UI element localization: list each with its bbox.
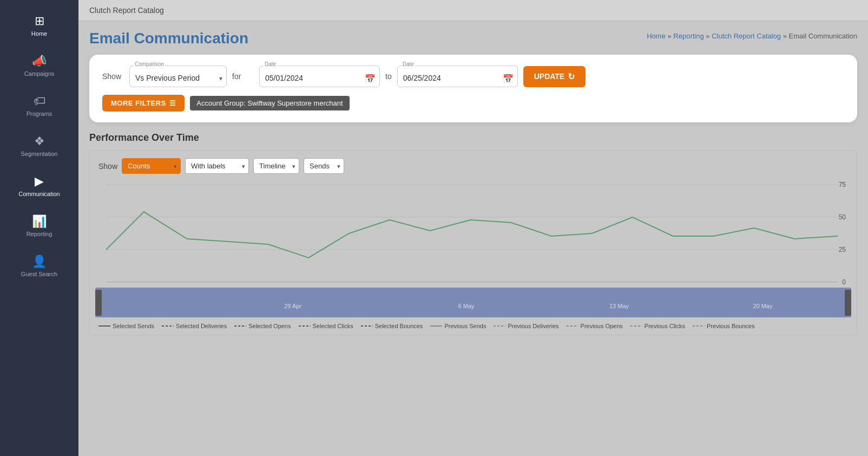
- legend-line-previous-deliveries: [494, 325, 505, 327]
- sends-dropdown-wrap: Sends Opens Clicks ▾: [304, 158, 344, 174]
- date-from-input[interactable]: [259, 66, 380, 87]
- guestsearch-icon: 👤: [32, 255, 47, 269]
- comparison-select[interactable]: Vs Previous Period No Comparison: [129, 66, 227, 87]
- date-to-input[interactable]: [397, 66, 518, 87]
- content-area: Email Communication Home » Reporting » C…: [78, 21, 868, 456]
- breadcrumb-home[interactable]: Home: [647, 32, 666, 40]
- legend-line-selected-opens: [234, 325, 246, 327]
- range-label-2: 6 May: [458, 303, 475, 309]
- chart-svg-wrap: 75 50 25 0 24 Apr 26 Apr: [90, 179, 857, 288]
- more-filters-label: MORE FILTERS: [111, 99, 166, 107]
- date-to-wrap: Date 📅: [397, 66, 518, 87]
- to-label: to: [385, 72, 392, 81]
- sidebar-item-segmentation[interactable]: ❖ Segmentation: [0, 127, 78, 165]
- legend-label-selected-clicks: Selected Clicks: [313, 323, 353, 329]
- date-to-label: Date: [402, 61, 415, 67]
- range-label-4: 20 May: [753, 303, 772, 309]
- home-icon: ⊞: [35, 14, 44, 28]
- filter-panel: Show Comparison Vs Previous Period No Co…: [89, 55, 857, 122]
- breadcrumb-catalog[interactable]: Clutch Report Catalog: [712, 32, 781, 40]
- legend-area: Selected Sends Selected Deliveries Selec…: [90, 317, 857, 335]
- chart-controls: Show Counts Percentages ▾ With labels Wi…: [90, 151, 857, 179]
- campaigns-icon: 📣: [32, 54, 47, 68]
- labels-dropdown-wrap: With labels Without labels ▾: [185, 158, 249, 174]
- legend-selected-sends: Selected Sends: [98, 323, 154, 329]
- sidebar-item-home[interactable]: ⊞ Home: [0, 6, 78, 44]
- legend-line-selected-clicks: [299, 325, 311, 327]
- range-slider[interactable]: 29 Apr 6 May 13 May 20 May: [95, 288, 851, 317]
- counts-dropdown-wrap: Counts Percentages ▾: [122, 158, 181, 174]
- more-filters-button[interactable]: MORE FILTERS ☰: [102, 95, 185, 112]
- legend-previous-clicks: Previous Clicks: [630, 323, 685, 329]
- legend-line-previous-opens: [567, 325, 578, 327]
- legend-label-previous-bounces: Previous Bounces: [707, 323, 755, 329]
- legend-line-selected-sends: [98, 325, 110, 327]
- sidebar-label-campaigns: Campaigns: [24, 70, 55, 77]
- svg-text:0: 0: [842, 278, 846, 286]
- topbar-title: Clutch Report Catalog: [89, 6, 164, 15]
- filter-row-main: Show Comparison Vs Previous Period No Co…: [102, 66, 844, 87]
- sidebar-item-communication[interactable]: ▶ Communication: [0, 167, 78, 205]
- account-group-chip: Account Group: Swiftway Superstore merch…: [190, 96, 349, 110]
- programs-icon: 🏷: [34, 94, 45, 108]
- legend-previous-deliveries: Previous Deliveries: [494, 323, 558, 329]
- legend-selected-clicks: Selected Clicks: [299, 323, 353, 329]
- sidebar-label-guestsearch: Guest Search: [21, 271, 57, 277]
- sidebar-label-communication: Communication: [18, 191, 60, 197]
- refresh-icon: ↻: [568, 71, 575, 82]
- topbar: Clutch Report Catalog: [78, 0, 868, 21]
- show-label: Show: [102, 72, 124, 81]
- date-from-wrap: Date 📅: [259, 66, 380, 87]
- range-label-1: 29 Apr: [284, 303, 301, 309]
- reporting-icon: 📊: [32, 214, 47, 229]
- legend-label-previous-deliveries: Previous Deliveries: [508, 323, 558, 329]
- page-title: Email Communication: [89, 30, 248, 47]
- legend-line-previous-clicks: [630, 325, 642, 327]
- communication-icon: ▶: [35, 174, 44, 188]
- legend-label-previous-opens: Previous Opens: [581, 323, 623, 329]
- labels-dropdown[interactable]: With labels Without labels: [185, 158, 249, 174]
- performance-section: Performance Over Time Show Counts Percen…: [89, 132, 857, 335]
- legend-label-selected-bounces: Selected Bounces: [375, 323, 423, 329]
- legend-previous-bounces: Previous Bounces: [693, 323, 755, 329]
- breadcrumb-reporting[interactable]: Reporting: [673, 32, 703, 40]
- sends-dropdown[interactable]: Sends Opens Clicks: [304, 158, 344, 174]
- legend-line-previous-bounces: [693, 325, 705, 327]
- comparison-label: Comparison: [134, 61, 165, 67]
- sidebar-label-home: Home: [31, 30, 47, 37]
- legend-line-previous-sends: [430, 325, 442, 327]
- sidebar-label-reporting: Reporting: [27, 231, 52, 237]
- filter-icon: ☰: [169, 99, 176, 107]
- timeline-dropdown-wrap: Timeline Bar ▾: [253, 158, 299, 174]
- sidebar: ⊞ Home 📣 Campaigns 🏷 Programs ❖ Segmenta…: [0, 0, 78, 456]
- date-from-label: Date: [264, 61, 277, 67]
- counts-dropdown[interactable]: Counts Percentages: [122, 158, 181, 174]
- legend-label-previous-clicks: Previous Clicks: [645, 323, 685, 329]
- sidebar-item-programs[interactable]: 🏷 Programs: [0, 87, 78, 125]
- sidebar-label-programs: Programs: [27, 110, 52, 117]
- legend-label-selected-sends: Selected Sends: [113, 323, 154, 329]
- sidebar-item-reporting[interactable]: 📊 Reporting: [0, 207, 78, 245]
- page-header: Email Communication Home » Reporting » C…: [89, 30, 857, 47]
- sidebar-item-campaigns[interactable]: 📣 Campaigns: [0, 47, 78, 84]
- svg-text:75: 75: [839, 181, 846, 188]
- range-label-3: 13 May: [609, 303, 629, 309]
- for-label: for: [232, 72, 254, 81]
- sidebar-item-guestsearch[interactable]: 👤 Guest Search: [0, 247, 78, 285]
- legend-line-selected-bounces: [361, 325, 373, 327]
- legend-label-previous-sends: Previous Sends: [444, 323, 486, 329]
- section-title: Performance Over Time: [89, 132, 857, 144]
- legend-previous-sends: Previous Sends: [430, 323, 486, 329]
- chart-container: Show Counts Percentages ▾ With labels Wi…: [89, 150, 857, 335]
- update-button[interactable]: UPDATE ↻: [523, 66, 586, 87]
- breadcrumb: Home » Reporting » Clutch Report Catalog…: [647, 32, 857, 40]
- svg-text:25: 25: [839, 246, 846, 253]
- legend-label-selected-opens: Selected Opens: [248, 323, 291, 329]
- main-content: Clutch Report Catalog Email Communicatio…: [78, 0, 868, 456]
- legend-line-selected-deliveries: [162, 325, 174, 327]
- legend-selected-deliveries: Selected Deliveries: [162, 323, 227, 329]
- legend-selected-opens: Selected Opens: [234, 323, 291, 329]
- svg-text:50: 50: [839, 213, 846, 221]
- timeline-dropdown[interactable]: Timeline Bar: [253, 158, 299, 174]
- chart-show-label: Show: [98, 162, 117, 171]
